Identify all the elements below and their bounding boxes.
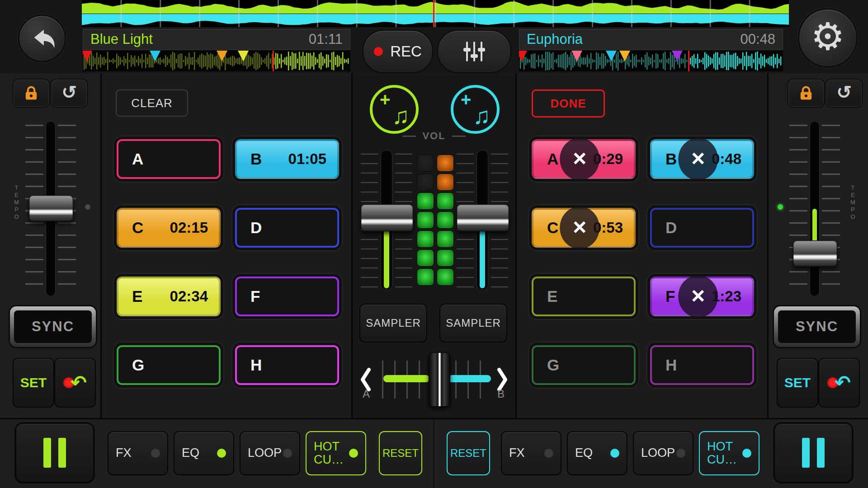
mode-button-hot-cu[interactable]: HOT CU… xyxy=(306,431,366,475)
cue-marker[interactable] xyxy=(672,51,683,61)
hotcue-pad[interactable]: A 0:29 × xyxy=(532,139,636,179)
hotcue-pad[interactable]: G xyxy=(117,345,221,385)
deck-b-tempo-label: TEMPO xyxy=(849,184,857,221)
gear-icon: ⚙ xyxy=(811,18,844,56)
hotcue-pad[interactable]: F 1:23 × xyxy=(650,277,754,316)
deck-b-cue-record-undo-button[interactable]: ↶ xyxy=(818,358,860,408)
mode-button-eq[interactable]: EQ xyxy=(174,431,234,475)
hotcue-pad[interactable]: B 01:05 xyxy=(235,139,339,179)
crossfader-handle[interactable] xyxy=(429,352,450,407)
mode-button-fx[interactable]: FX xyxy=(108,431,168,475)
deck-b-tempo-handle[interactable] xyxy=(793,240,837,267)
mode-button-label: LOOP xyxy=(641,446,675,460)
deck-a-volume-handle[interactable] xyxy=(361,204,413,231)
deck-a-keylock-button[interactable] xyxy=(14,80,49,107)
mixer-settings-button[interactable] xyxy=(437,30,511,73)
mode-button-reset[interactable]: RESET xyxy=(447,431,490,475)
deck-b-track-info[interactable]: Euphoria 00:48 xyxy=(519,29,783,50)
deck-a-track-info[interactable]: Blue Light 01:11 xyxy=(83,29,350,50)
cue-marker[interactable] xyxy=(238,51,249,61)
level-led-off xyxy=(417,174,434,191)
deck-a-sync-button[interactable]: SYNC xyxy=(10,306,96,347)
deck-b-done-button[interactable]: DONE xyxy=(532,89,605,117)
mode-button-loop[interactable]: LOOP xyxy=(240,431,300,475)
delete-cue-icon[interactable]: × xyxy=(678,275,718,318)
deck-b-set-cue-button[interactable]: SET xyxy=(777,358,818,408)
deck-a-tempo-handle[interactable] xyxy=(29,195,73,221)
deck-b-tempo-reset-button[interactable]: ↺ xyxy=(826,80,862,107)
top-bar: Blue Light 01:11 REC Euphoria 00:48 ⚙ xyxy=(0,0,868,73)
hotcue-pad[interactable]: D xyxy=(650,208,754,248)
deck-a-tempo-reset-button[interactable]: ↺ xyxy=(52,80,87,107)
deck-b-sampler-button[interactable]: SAMPLER xyxy=(439,304,507,343)
level-led-green xyxy=(437,249,454,267)
back-button[interactable] xyxy=(18,14,66,62)
mode-button-fx[interactable]: FX xyxy=(501,431,561,475)
x-glyph: × xyxy=(573,146,586,170)
hotcue-pad[interactable]: E 02:34 xyxy=(117,277,221,316)
cue-marker[interactable] xyxy=(619,51,630,61)
hotcue-pad[interactable]: H xyxy=(235,345,339,385)
hotcue-pad[interactable]: A xyxy=(117,139,221,179)
dash xyxy=(452,136,466,137)
pad-letter: B xyxy=(250,150,262,168)
level-led-off xyxy=(417,155,434,172)
divider xyxy=(767,73,769,418)
mode-button-loop[interactable]: LOOP xyxy=(633,431,693,475)
settings-button[interactable]: ⚙ xyxy=(798,8,858,68)
cue-marker[interactable] xyxy=(606,51,617,61)
mode-button-label: FX xyxy=(116,446,150,460)
cue-marker[interactable] xyxy=(571,51,582,61)
indicator-dot-on xyxy=(610,449,619,458)
deck-b-load-track-button[interactable]: + ♫ xyxy=(451,85,500,134)
hotcue-pad[interactable]: B 0:48 × xyxy=(650,139,754,179)
mode-button-hot-cu[interactable]: HOT CU… xyxy=(699,431,760,475)
deck-a-pause-button[interactable] xyxy=(15,423,94,483)
hotcue-pad[interactable]: H xyxy=(650,345,754,385)
hotcue-pad[interactable]: F xyxy=(235,277,339,316)
deck-b-volume-fill xyxy=(480,228,485,288)
deck-a-mini-waveform[interactable] xyxy=(83,51,350,71)
deck-b-keylock-button[interactable] xyxy=(788,80,824,107)
cue-marker[interactable] xyxy=(519,51,527,61)
sliders-icon xyxy=(462,40,487,63)
deck-a-cue-record-undo-button[interactable]: ↶ xyxy=(54,358,96,408)
deck-a-load-track-button[interactable]: + ♫ xyxy=(370,85,419,134)
rotate-ccw-icon: ↺ xyxy=(836,83,852,101)
deck-b-tempo-ticks xyxy=(789,125,807,293)
cue-marker[interactable] xyxy=(150,51,160,61)
pad-letter: F xyxy=(665,287,675,305)
delete-cue-icon[interactable]: × xyxy=(678,138,718,180)
master-playhead xyxy=(433,0,434,27)
cue-marker[interactable] xyxy=(83,51,92,61)
hotcue-pad[interactable]: D xyxy=(235,208,339,248)
hotcue-pad[interactable]: C 0:53 × xyxy=(532,208,636,248)
mode-button-reset[interactable]: RESET xyxy=(379,431,422,475)
deck-b-mini-waveform[interactable] xyxy=(519,51,783,71)
cue-marker[interactable] xyxy=(217,51,227,61)
undo-arrow-icon: ↶ xyxy=(71,373,86,392)
pad-letter: A xyxy=(547,150,558,168)
mode-button-label: EQ xyxy=(182,446,216,460)
record-button[interactable]: REC xyxy=(363,30,433,73)
hotcue-pad[interactable]: G xyxy=(532,345,636,385)
pad-letter: F xyxy=(250,287,260,305)
delete-cue-icon[interactable]: × xyxy=(560,206,599,249)
plus-icon: + xyxy=(461,90,471,108)
overview-waveform[interactable] xyxy=(82,0,789,27)
deck-b-sync-button[interactable]: SYNC xyxy=(774,306,860,347)
mode-button-label: HOT CU… xyxy=(314,440,348,466)
delete-cue-icon[interactable]: × xyxy=(560,138,599,180)
deck-a-sampler-button[interactable]: SAMPLER xyxy=(359,304,427,343)
deck-b-pause-button[interactable] xyxy=(774,423,853,483)
hotcue-pad[interactable]: E xyxy=(532,277,636,316)
mode-button-eq[interactable]: EQ xyxy=(567,431,627,475)
rotate-ccw-icon: ↺ xyxy=(61,83,77,101)
hotcue-pad[interactable]: C 02:15 xyxy=(117,208,221,248)
deck-a-sync-label: SYNC xyxy=(14,310,92,343)
deck-b-volume-handle[interactable] xyxy=(457,204,509,231)
deck-a-set-cue-button[interactable]: SET xyxy=(13,358,54,408)
indicator-dot-off xyxy=(151,449,160,458)
deck-a-clear-cues-button[interactable]: CLEAR xyxy=(116,89,188,117)
pad-letter: B xyxy=(665,150,677,168)
